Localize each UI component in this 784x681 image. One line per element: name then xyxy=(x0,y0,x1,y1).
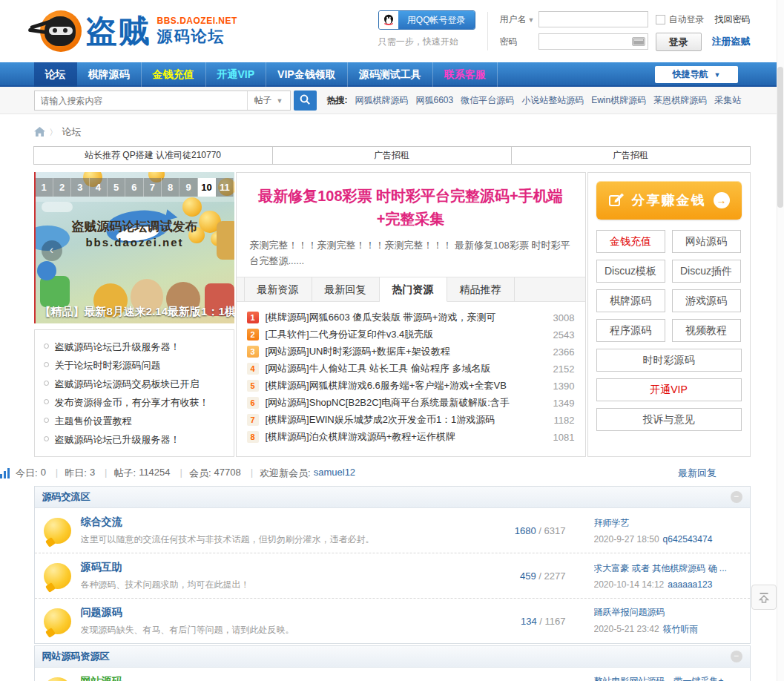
announcement-link[interactable]: 盗贼源码论坛源码交易板块已开启 xyxy=(44,375,225,393)
slider-page-number[interactable]: 5 xyxy=(108,178,125,197)
last-post-link[interactable]: 拜师学艺 xyxy=(594,517,750,530)
scrollbar[interactable] xyxy=(777,0,784,681)
hot-resource-link[interactable]: [网站源码]牛人偷站工具 站长工具 偷站程序 多域名版 xyxy=(266,362,546,375)
ad-banner[interactable]: 站长推荐 QP搭建 认准司徒210770 xyxy=(33,146,273,165)
forum-link[interactable]: 问题源码 xyxy=(81,606,122,618)
slider-page-number[interactable]: 2 xyxy=(53,178,71,197)
nav-item[interactable]: 金钱充值 xyxy=(142,62,206,87)
hot-resource-link[interactable]: [棋牌源码]网狐棋牌游戏6.6服务端+客户端+游戏+全套VB xyxy=(266,379,546,392)
hot-resource-link[interactable]: [棋牌源码]泊众棋牌游戏源码+教程+运作棋牌 xyxy=(266,430,546,444)
announcement-link[interactable]: 发布资源得金币，有分享才有收获！ xyxy=(44,393,225,412)
resource-tab[interactable]: 热门资源 xyxy=(380,277,447,302)
slider-page-number[interactable]: 10 xyxy=(198,178,216,197)
sidebar-link-button[interactable]: 视频教程 xyxy=(672,319,741,342)
last-post-user[interactable]: q642543474 xyxy=(663,534,713,545)
keyboard-icon[interactable] xyxy=(632,37,645,46)
sidebar-link-button[interactable]: 时时彩源码 xyxy=(596,349,742,372)
image-slider[interactable]: 1234567891011 盗贼源码论坛调试发布 bbs.daozei.net … xyxy=(34,172,234,323)
sidebar-link-button[interactable]: 程序源码 xyxy=(596,319,665,342)
announcement-link[interactable]: 盗贼源码论坛已升级服务器！ xyxy=(44,430,225,449)
site-logo[interactable]: 盗贼 BBS.DAOZEI.NET 源码论坛 xyxy=(34,9,237,53)
back-to-top-button[interactable] xyxy=(751,585,777,610)
announcement-link[interactable]: 主题售价设置教程 xyxy=(44,412,225,430)
sidebar-link-button[interactable]: 网站源码 xyxy=(672,230,741,253)
scrollbar-thumb[interactable] xyxy=(777,67,783,208)
search-button[interactable] xyxy=(294,91,317,111)
forum-link[interactable]: 网站源码 xyxy=(81,675,122,681)
hot-search-link[interactable]: 采集站 xyxy=(714,94,741,107)
slider-prev-button[interactable]: ‹ xyxy=(42,240,62,261)
slider-page-number[interactable]: 6 xyxy=(125,178,143,197)
resource-tab[interactable]: 最新回复 xyxy=(312,277,380,301)
forum-link[interactable]: 源码互助 xyxy=(81,561,122,573)
sidebar-link-button[interactable]: Discuz模板 xyxy=(596,260,665,283)
hot-resource-link[interactable]: [网站源码]UN时时彩源码+数据库+架设教程 xyxy=(266,345,546,358)
sidebar-link-button[interactable]: 金钱充值 xyxy=(596,230,665,253)
collapse-icon[interactable]: − xyxy=(731,491,742,503)
auto-login-option[interactable]: 自动登录 xyxy=(656,13,705,26)
login-button[interactable]: 登录 xyxy=(656,33,702,51)
nav-item[interactable]: 棋牌源码 xyxy=(77,62,142,87)
nav-item[interactable]: 源码测试工具 xyxy=(348,62,433,87)
slider-page-number[interactable]: 4 xyxy=(90,178,108,197)
share-earn-button[interactable]: 分享赚金钱 → xyxy=(596,181,742,220)
hot-resource-link[interactable]: [网站源码]ShopNC[B2B2C]电商平台系统最新破解版:含手 xyxy=(266,396,546,409)
hot-search-link[interactable]: 微信平台源码 xyxy=(461,94,514,107)
hot-search-link[interactable]: 网狐棋牌源码 xyxy=(355,94,409,107)
nav-item[interactable]: 联系客服 xyxy=(433,62,498,87)
breadcrumb-current[interactable]: 论坛 xyxy=(62,125,82,139)
hot-resource-link[interactable]: [工具软件]二代身份证复印件v3.4脱壳版 xyxy=(266,328,546,341)
username-dropdown-caret[interactable]: ▼ xyxy=(528,16,535,24)
collapse-icon[interactable]: − xyxy=(731,651,742,662)
slider-page-number[interactable]: 8 xyxy=(162,178,179,197)
register-link[interactable]: 注册盗贼 xyxy=(712,35,751,48)
sidebar-link-button[interactable]: Discuz插件 xyxy=(672,260,741,283)
resource-tab[interactable]: 精品推荐 xyxy=(447,277,515,301)
resource-tab[interactable]: 最新资源 xyxy=(244,277,312,301)
featured-post-title[interactable]: 最新修复108彩票 时时彩平台完整源码+手机端+完整采集 xyxy=(250,185,572,231)
nav-item[interactable]: VIP金钱领取 xyxy=(266,62,348,87)
slider-page-number[interactable]: 1 xyxy=(36,178,53,197)
slider-page-number[interactable]: 9 xyxy=(179,178,197,197)
hot-search-link[interactable]: 莱恩棋牌源码 xyxy=(653,94,707,107)
hot-search-link[interactable]: 网狐6603 xyxy=(416,94,454,107)
last-post-user[interactable]: aaaaaa123 xyxy=(668,579,712,590)
ad-banner[interactable]: 广告招租 xyxy=(511,146,751,165)
announcement-link[interactable]: 关于论坛时时彩源码问题 xyxy=(44,356,225,375)
last-post-user[interactable]: 筱竹听雨 xyxy=(663,624,699,634)
home-icon[interactable] xyxy=(34,127,45,137)
slider-page-number[interactable]: 11 xyxy=(216,178,234,197)
slider-page-number[interactable]: 3 xyxy=(71,178,89,197)
section-title[interactable]: 源码交流区 xyxy=(42,490,90,504)
last-post-link[interactable]: 踊跃举报问题源码 xyxy=(594,606,750,619)
sidebar-link-button[interactable]: 游戏源码 xyxy=(672,289,741,312)
forum-link[interactable]: 综合交流 xyxy=(81,516,122,527)
sidebar-link-button[interactable]: 投诉与意见 xyxy=(596,408,742,431)
search-input[interactable] xyxy=(35,91,247,110)
nav-item[interactable]: 开通VIP xyxy=(206,62,267,87)
forum-icon[interactable] xyxy=(35,518,81,544)
password-field[interactable] xyxy=(538,33,648,50)
sidebar-link-button[interactable]: 开通VIP xyxy=(596,378,742,401)
last-post-link[interactable]: 整站电影网站源码，带一键采集+ ... xyxy=(594,675,750,681)
slider-page-number[interactable]: 7 xyxy=(144,178,162,197)
forum-icon[interactable] xyxy=(35,677,81,681)
ad-banner[interactable]: 广告招租 xyxy=(272,146,512,165)
hot-resource-link[interactable]: [棋牌源码]EWIN娱乐城梦成2次开发金币1：1游戏源码 xyxy=(266,413,547,427)
hot-resource-link[interactable]: [棋牌源码]网狐6603 傻瓜安装版 带源码+游戏，亲测可 xyxy=(266,311,546,324)
forum-icon[interactable] xyxy=(35,608,81,634)
forum-icon[interactable] xyxy=(35,563,81,589)
hot-search-link[interactable]: 小说站整站源码 xyxy=(521,94,584,107)
search-type-select[interactable]: 帖子▼ xyxy=(247,91,290,110)
find-password-link[interactable]: 找回密码 xyxy=(715,13,751,26)
latest-reply-link[interactable]: 最新回复 xyxy=(678,467,717,480)
quick-nav-button[interactable]: 快捷导航▼ xyxy=(655,66,738,83)
username-field[interactable] xyxy=(538,11,648,27)
auto-login-checkbox[interactable] xyxy=(656,15,665,24)
section-title[interactable]: 网站源码资源区 xyxy=(42,650,110,663)
qq-login-button[interactable]: 用QQ帐号登录 xyxy=(378,10,475,30)
last-post-link[interactable]: 求大富豪 或者 其他棋牌源码 确 ... xyxy=(594,562,750,575)
nav-item[interactable]: 论坛 xyxy=(34,62,77,87)
hot-search-link[interactable]: Ewin棋牌源码 xyxy=(591,94,646,107)
slider-caption[interactable]: 【精品】最新8月速来2.14最新版1：1棋 xyxy=(40,305,234,319)
